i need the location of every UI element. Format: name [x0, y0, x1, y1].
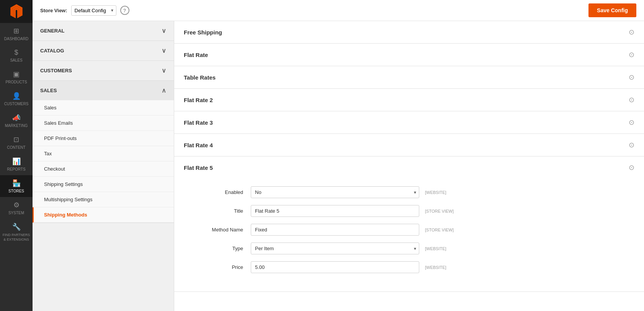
submenu-item-shipping-methods[interactable]: Shipping Methods	[33, 207, 174, 223]
content-area: GENERAL ∨ CATALOG ∨ CUSTOMERS ∨	[33, 21, 644, 311]
stores-icon: 🏪	[12, 179, 21, 187]
sidebar-item-dashboard[interactable]: ⊞ DASHBOARD	[0, 23, 33, 45]
accordion-label-catalog: CATALOG	[40, 48, 64, 54]
section-table-rates[interactable]: Table Rates ⊙	[174, 66, 644, 89]
form-row-method-name: Method Name [STORE VIEW]	[190, 224, 629, 236]
accordion-catalog: CATALOG ∨	[33, 41, 174, 61]
section-flat-rate-5: Flat Rate 5 ⊙ Enabled No Yes	[174, 156, 644, 292]
sidebar-item-label: PRODUCTS	[5, 80, 27, 84]
sidebar-item-find-partners[interactable]: 🔧 FIND PARTNERS & EXTENSIONS	[0, 219, 33, 246]
section-title-flat-rate-5: Flat Rate 5	[184, 164, 213, 171]
accordion-header-general[interactable]: GENERAL ∨	[33, 21, 174, 41]
submenu-item-checkout[interactable]: Checkout	[33, 161, 174, 177]
chevron-up-icon: ∧	[162, 87, 166, 94]
control-wrapper-price: [WEBSITE]	[251, 261, 629, 273]
collapse-icon-flat-rate-4: ⊙	[629, 141, 634, 149]
sidebar-item-label: CONTENT	[7, 145, 25, 150]
store-view-label: Store View:	[40, 8, 67, 13]
left-panel: GENERAL ∨ CATALOG ∨ CUSTOMERS ∨	[33, 21, 174, 311]
sidebar-item-marketing[interactable]: 📣 MARKETING	[0, 110, 33, 132]
submenu-item-sales-emails[interactable]: Sales Emails	[33, 116, 174, 131]
control-wrapper-type: Per Item Per Order ▾ [WEBSITE]	[251, 243, 629, 254]
section-free-shipping[interactable]: Free Shipping ⊙	[174, 21, 644, 44]
sidebar-item-label: CUSTOMERS	[4, 102, 29, 106]
label-method-name: Method Name	[190, 227, 251, 233]
reports-icon: 📊	[12, 157, 21, 166]
input-price[interactable]	[251, 261, 419, 273]
sidebar-item-label: SYSTEM	[8, 211, 24, 215]
section-flat-rate-2[interactable]: Flat Rate 2 ⊙	[174, 89, 644, 111]
topbar-left: Store View: Default Config ?	[40, 5, 129, 16]
label-title: Title	[190, 208, 251, 214]
section-title-flat-rate-4: Flat Rate 4	[184, 142, 213, 148]
control-wrapper-title: [STORE VIEW]	[251, 205, 629, 217]
accordion-label-sales: SALES	[40, 88, 57, 93]
section-title-flat-rate-2: Flat Rate 2	[184, 97, 213, 103]
sidebar-item-sales[interactable]: $ SALES	[0, 45, 33, 66]
store-view-wrapper: Default Config	[71, 5, 116, 16]
store-view-select[interactable]: Default Config	[71, 5, 116, 16]
section-title-free-shipping: Free Shipping	[184, 29, 222, 36]
sidebar-item-reports[interactable]: 📊 REPORTS	[0, 153, 33, 175]
sidebar-item-label: FIND PARTNERS & EXTENSIONS	[2, 233, 31, 242]
sidebar-item-label: STORES	[8, 189, 24, 193]
customers-icon: 👤	[12, 92, 21, 100]
scope-badge-type: [WEBSITE]	[425, 246, 446, 251]
accordion-header-catalog[interactable]: CATALOG ∨	[33, 41, 174, 60]
sidebar-item-system[interactable]: ⚙ SYSTEM	[0, 197, 33, 219]
chevron-down-icon: ∨	[162, 67, 166, 74]
topbar: Store View: Default Config ? Save Config	[33, 0, 644, 21]
collapse-icon-flat-rate-3: ⊙	[629, 118, 634, 127]
section-title-flat-rate: Flat Rate	[184, 52, 208, 58]
sidebar-item-content[interactable]: ⊡ CONTENT	[0, 132, 33, 153]
sidebar-logo	[0, 0, 33, 23]
dashboard-icon: ⊞	[13, 27, 19, 35]
sidebar-item-label: REPORTS	[7, 167, 25, 171]
collapse-icon-free-shipping: ⊙	[629, 28, 634, 36]
marketing-icon: 📣	[12, 114, 21, 122]
sidebar-item-stores[interactable]: 🏪 STORES	[0, 175, 33, 197]
accordion-label-general: GENERAL	[40, 28, 65, 34]
accordion-customers: CUSTOMERS ∨	[33, 61, 174, 81]
control-wrapper-method-name: [STORE VIEW]	[251, 224, 629, 236]
section-flat-rate-3[interactable]: Flat Rate 3 ⊙	[174, 111, 644, 134]
scope-badge-enabled: [WEBSITE]	[425, 190, 446, 195]
section-flat-rate-4[interactable]: Flat Rate 4 ⊙	[174, 134, 644, 156]
section-flat-rate[interactable]: Flat Rate ⊙	[174, 44, 644, 66]
sidebar-item-products[interactable]: ▣ PRODUCTS	[0, 66, 33, 88]
submenu-item-pdf-printouts[interactable]: PDF Print-outs	[33, 131, 174, 146]
select-enabled[interactable]: No Yes	[251, 186, 419, 198]
input-method-name[interactable]	[251, 224, 419, 236]
sales-submenu: Sales Sales Emails PDF Print-outs Tax Ch…	[33, 100, 174, 223]
accordion-header-sales[interactable]: SALES ∧	[33, 81, 174, 100]
right-panel: Free Shipping ⊙ Flat Rate ⊙ Table Rates …	[174, 21, 644, 311]
input-title[interactable]	[251, 205, 419, 217]
scope-badge-price: [WEBSITE]	[425, 265, 446, 270]
products-icon: ▣	[13, 70, 20, 78]
save-config-button[interactable]: Save Config	[588, 3, 636, 17]
form-row-enabled: Enabled No Yes ▾ [WEBSITE]	[190, 186, 629, 198]
sidebar: ⊞ DASHBOARD $ SALES ▣ PRODUCTS 👤 CUSTOME…	[0, 0, 33, 311]
section-header-flat-rate-5[interactable]: Flat Rate 5 ⊙	[174, 156, 644, 179]
select-wrapper-type: Per Item Per Order ▾	[251, 243, 419, 254]
form-row-price: Price [WEBSITE]	[190, 261, 629, 273]
submenu-item-shipping-settings[interactable]: Shipping Settings	[33, 177, 174, 192]
expand-icon-flat-rate-5: ⊙	[629, 163, 634, 172]
sidebar-item-customers[interactable]: 👤 CUSTOMERS	[0, 88, 33, 110]
select-wrapper-enabled: No Yes ▾	[251, 186, 419, 198]
label-enabled: Enabled	[190, 189, 251, 195]
select-type[interactable]: Per Item Per Order	[251, 243, 419, 254]
submenu-item-tax[interactable]: Tax	[33, 146, 174, 161]
accordion-header-customers[interactable]: CUSTOMERS ∨	[33, 61, 174, 80]
collapse-icon-flat-rate-2: ⊙	[629, 96, 634, 104]
help-icon[interactable]: ?	[120, 6, 129, 15]
form-row-type: Type Per Item Per Order ▾ [WEBSITE]	[190, 243, 629, 254]
system-icon: ⚙	[13, 201, 20, 209]
label-type: Type	[190, 246, 251, 251]
collapse-icon-flat-rate: ⊙	[629, 50, 634, 59]
sidebar-item-label: DASHBOARD	[4, 37, 28, 41]
accordion-general: GENERAL ∨	[33, 21, 174, 41]
submenu-item-sales[interactable]: Sales	[33, 100, 174, 116]
sidebar-item-label: MARKETING	[5, 124, 28, 128]
submenu-item-multishipping-settings[interactable]: Multishipping Settings	[33, 192, 174, 207]
